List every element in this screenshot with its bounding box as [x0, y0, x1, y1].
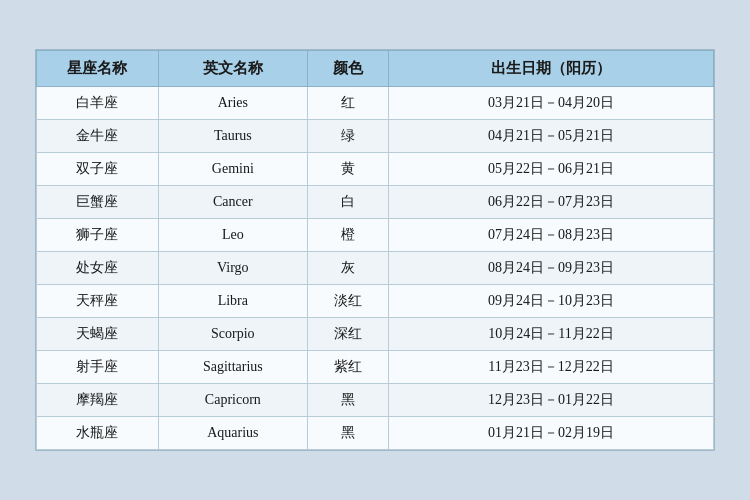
cell-color: 黑	[307, 384, 388, 417]
table-row: 狮子座Leo橙07月24日－08月23日	[37, 219, 714, 252]
table-row: 处女座Virgo灰08月24日－09月23日	[37, 252, 714, 285]
cell-color: 紫红	[307, 351, 388, 384]
cell-zh: 射手座	[37, 351, 159, 384]
cell-en: Sagittarius	[158, 351, 307, 384]
cell-color: 黑	[307, 417, 388, 450]
cell-color: 黄	[307, 153, 388, 186]
header-color: 颜色	[307, 51, 388, 87]
cell-date: 08月24日－09月23日	[389, 252, 714, 285]
cell-color: 灰	[307, 252, 388, 285]
cell-date: 09月24日－10月23日	[389, 285, 714, 318]
cell-en: Scorpio	[158, 318, 307, 351]
table-row: 水瓶座Aquarius黑01月21日－02月19日	[37, 417, 714, 450]
table-row: 白羊座Aries红03月21日－04月20日	[37, 87, 714, 120]
table-header-row: 星座名称 英文名称 颜色 出生日期（阳历）	[37, 51, 714, 87]
zodiac-table-container: 星座名称 英文名称 颜色 出生日期（阳历） 白羊座Aries红03月21日－04…	[35, 49, 715, 451]
cell-zh: 天秤座	[37, 285, 159, 318]
cell-date: 06月22日－07月23日	[389, 186, 714, 219]
cell-color: 红	[307, 87, 388, 120]
cell-zh: 水瓶座	[37, 417, 159, 450]
table-row: 双子座Gemini黄05月22日－06月21日	[37, 153, 714, 186]
cell-zh: 狮子座	[37, 219, 159, 252]
cell-zh: 处女座	[37, 252, 159, 285]
cell-zh: 双子座	[37, 153, 159, 186]
cell-en: Gemini	[158, 153, 307, 186]
table-row: 巨蟹座Cancer白06月22日－07月23日	[37, 186, 714, 219]
header-date: 出生日期（阳历）	[389, 51, 714, 87]
zodiac-table: 星座名称 英文名称 颜色 出生日期（阳历） 白羊座Aries红03月21日－04…	[36, 50, 714, 450]
cell-date: 12月23日－01月22日	[389, 384, 714, 417]
cell-date: 10月24日－11月22日	[389, 318, 714, 351]
cell-en: Aquarius	[158, 417, 307, 450]
header-zh: 星座名称	[37, 51, 159, 87]
cell-en: Taurus	[158, 120, 307, 153]
cell-date: 05月22日－06月21日	[389, 153, 714, 186]
header-en: 英文名称	[158, 51, 307, 87]
table-row: 摩羯座Capricorn黑12月23日－01月22日	[37, 384, 714, 417]
table-row: 射手座Sagittarius紫红11月23日－12月22日	[37, 351, 714, 384]
cell-en: Libra	[158, 285, 307, 318]
table-body: 白羊座Aries红03月21日－04月20日金牛座Taurus绿04月21日－0…	[37, 87, 714, 450]
table-row: 天秤座Libra淡红09月24日－10月23日	[37, 285, 714, 318]
cell-date: 07月24日－08月23日	[389, 219, 714, 252]
cell-zh: 摩羯座	[37, 384, 159, 417]
cell-zh: 巨蟹座	[37, 186, 159, 219]
cell-date: 01月21日－02月19日	[389, 417, 714, 450]
cell-color: 淡红	[307, 285, 388, 318]
cell-en: Capricorn	[158, 384, 307, 417]
cell-color: 深红	[307, 318, 388, 351]
table-row: 金牛座Taurus绿04月21日－05月21日	[37, 120, 714, 153]
cell-zh: 金牛座	[37, 120, 159, 153]
cell-color: 橙	[307, 219, 388, 252]
cell-en: Aries	[158, 87, 307, 120]
cell-color: 绿	[307, 120, 388, 153]
cell-date: 11月23日－12月22日	[389, 351, 714, 384]
cell-en: Cancer	[158, 186, 307, 219]
cell-en: Leo	[158, 219, 307, 252]
cell-zh: 白羊座	[37, 87, 159, 120]
cell-en: Virgo	[158, 252, 307, 285]
cell-date: 04月21日－05月21日	[389, 120, 714, 153]
cell-date: 03月21日－04月20日	[389, 87, 714, 120]
cell-zh: 天蝎座	[37, 318, 159, 351]
cell-color: 白	[307, 186, 388, 219]
table-row: 天蝎座Scorpio深红10月24日－11月22日	[37, 318, 714, 351]
